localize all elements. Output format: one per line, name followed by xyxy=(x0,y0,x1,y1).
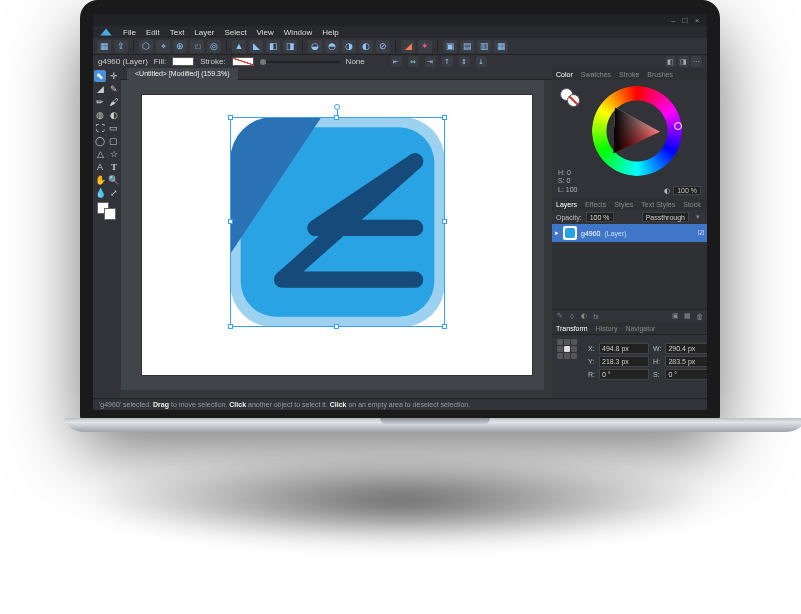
tool-shape[interactable]: ▭ xyxy=(108,122,120,134)
align-left-icon[interactable]: ⇤ xyxy=(391,56,402,67)
layer-addgroup-icon[interactable]: ▣ xyxy=(670,312,680,321)
tool-frametext[interactable]: 𝐓 xyxy=(108,161,120,173)
scrollbar-vertical[interactable] xyxy=(544,80,552,390)
tab-transform[interactable]: Transform xyxy=(556,325,588,332)
hue-picker-dot[interactable] xyxy=(674,122,682,130)
tf-x[interactable]: 494.8 px xyxy=(599,343,649,354)
layer-delete-icon[interactable]: 🗑 xyxy=(694,312,704,321)
tool-magnet-icon[interactable]: ⊕ xyxy=(173,40,187,53)
menu-window[interactable]: Window xyxy=(284,28,312,37)
layer-adjust-icon[interactable]: ◐ xyxy=(579,312,589,321)
tf-h[interactable]: 283.5 px xyxy=(665,356,707,367)
tool-rotate-r-icon[interactable]: ◨ xyxy=(283,40,297,53)
studio-toggle-left-icon[interactable]: ◧ xyxy=(665,56,676,67)
tool-zoom[interactable]: 🔍 xyxy=(108,174,120,186)
tool-hand[interactable]: ✋ xyxy=(94,174,106,186)
menu-select[interactable]: Select xyxy=(224,28,246,37)
tab-effects[interactable]: Effects xyxy=(585,201,606,208)
handle-sw[interactable] xyxy=(228,324,233,329)
tool-transparency[interactable]: ◐ xyxy=(108,109,120,121)
layer-blendmode[interactable]: Passthrough xyxy=(642,212,689,222)
fill-swatch[interactable] xyxy=(172,57,194,66)
layer-blend-more-icon[interactable]: ▾ xyxy=(693,213,703,222)
tool-spray-icon[interactable]: ✶ xyxy=(418,40,432,53)
layer-edit-all-icon[interactable]: ✎ xyxy=(555,312,565,321)
window-minimize[interactable]: – xyxy=(667,16,679,25)
tab-stock[interactable]: Stock xyxy=(683,201,701,208)
menu-view[interactable]: View xyxy=(257,28,274,37)
tf-w[interactable]: 290.4 px xyxy=(665,343,707,354)
handle-nw[interactable] xyxy=(228,115,233,120)
menu-text[interactable]: Text xyxy=(170,28,185,37)
tool-arttext[interactable]: A xyxy=(94,161,106,173)
tool-bool-div-icon[interactable]: ⊘ xyxy=(376,40,390,53)
menu-file[interactable]: File xyxy=(123,28,136,37)
tab-swatches[interactable]: Swatches xyxy=(581,71,611,78)
handle-n[interactable] xyxy=(334,115,339,120)
tool-triangle[interactable]: △ xyxy=(94,148,106,160)
layer-mask-icon[interactable]: ◊ xyxy=(567,312,577,321)
layer-row[interactable]: ▸ g4960 (Layer) ☑ xyxy=(552,224,707,242)
tool-grid-icon[interactable]: ▦ xyxy=(97,40,111,53)
tool-order-back-icon[interactable]: ▦ xyxy=(494,40,508,53)
window-maximize[interactable]: □ xyxy=(679,16,691,25)
handle-se[interactable] xyxy=(442,324,447,329)
layer-fx-icon[interactable]: fx xyxy=(591,312,601,321)
tool-pen[interactable]: ✎ xyxy=(108,83,120,95)
window-close[interactable]: × xyxy=(691,16,703,25)
studio-toggle-right-icon[interactable]: ◨ xyxy=(678,56,689,67)
tool-order-backward-icon[interactable]: ▥ xyxy=(477,40,491,53)
tool-target-icon[interactable]: ◎ xyxy=(207,40,221,53)
tab-styles[interactable]: Styles xyxy=(614,201,633,208)
tab-brushes[interactable]: Brushes xyxy=(647,71,673,78)
tool-bool-xor-icon[interactable]: ◐ xyxy=(359,40,373,53)
tool-bool-int-icon[interactable]: ◑ xyxy=(342,40,356,53)
tool-share-icon[interactable]: ⇪ xyxy=(114,40,128,53)
tool-order-front-icon[interactable]: ▣ xyxy=(443,40,457,53)
scrollbar-horizontal[interactable] xyxy=(121,390,552,398)
tool-pencil[interactable]: ✏ xyxy=(94,96,106,108)
tab-stroke[interactable]: Stroke xyxy=(619,71,639,78)
tool-roundrect[interactable]: ▢ xyxy=(108,135,120,147)
handle-w[interactable] xyxy=(228,219,233,224)
tool-star[interactable]: ☆ xyxy=(108,148,120,160)
tf-y[interactable]: 218.3 px xyxy=(599,356,649,367)
color-panel-swatches[interactable] xyxy=(560,88,580,106)
tool-order-forward-icon[interactable]: ▤ xyxy=(460,40,474,53)
tool-brush[interactable]: 🖌 xyxy=(108,96,120,108)
tool-corner-icon[interactable]: ◢ xyxy=(401,40,415,53)
tool-eyedropper[interactable]: 💧 xyxy=(94,187,106,199)
tool-node[interactable]: ✛ xyxy=(108,70,120,82)
align-right-icon[interactable]: ⇥ xyxy=(425,56,436,67)
tf-s[interactable]: 0 ° xyxy=(665,369,707,380)
layer-expand-icon[interactable]: ▸ xyxy=(555,229,559,237)
layer-visible-icon[interactable]: ☑ xyxy=(698,229,704,237)
tool-bool-sub-icon[interactable]: ◓ xyxy=(325,40,339,53)
align-hcenter-icon[interactable]: ⇔ xyxy=(408,56,419,67)
anchor-grid[interactable] xyxy=(557,339,577,359)
stroke-swatch[interactable] xyxy=(232,57,254,66)
tool-corner[interactable]: ◢ xyxy=(94,83,106,95)
tab-layers[interactable]: Layers xyxy=(556,201,577,208)
stroke-width-slider[interactable] xyxy=(260,61,340,63)
tool-crop[interactable]: ⛶ xyxy=(94,122,106,134)
document-tab[interactable]: <Untitled> [Modified] (159.3%) xyxy=(127,68,238,80)
tool-lock-icon[interactable]: ⏍ xyxy=(190,40,204,53)
tool-snap-icon[interactable]: ⌖ xyxy=(156,40,170,53)
tool-fill[interactable]: ◍ xyxy=(94,109,106,121)
tab-color[interactable]: Color xyxy=(556,71,573,78)
studio-settings-icon[interactable]: ⋯ xyxy=(691,56,702,67)
tool-rotate-l-icon[interactable]: ◧ xyxy=(266,40,280,53)
tab-navigator[interactable]: Navigator xyxy=(625,325,655,332)
tool-place[interactable]: ⤢ xyxy=(108,187,120,199)
handle-s[interactable] xyxy=(334,324,339,329)
tool-move[interactable]: ⬉ xyxy=(94,70,106,82)
foreback-swatch[interactable] xyxy=(94,202,120,220)
handle-e[interactable] xyxy=(442,219,447,224)
selection-bbox[interactable] xyxy=(230,117,445,327)
menu-help[interactable]: Help xyxy=(322,28,338,37)
opacity-value[interactable]: 100 % xyxy=(673,186,701,195)
tool-hex-icon[interactable]: ⬡ xyxy=(139,40,153,53)
layer-opacity-value[interactable]: 100 % xyxy=(586,212,614,222)
rotation-handle[interactable] xyxy=(334,104,340,110)
